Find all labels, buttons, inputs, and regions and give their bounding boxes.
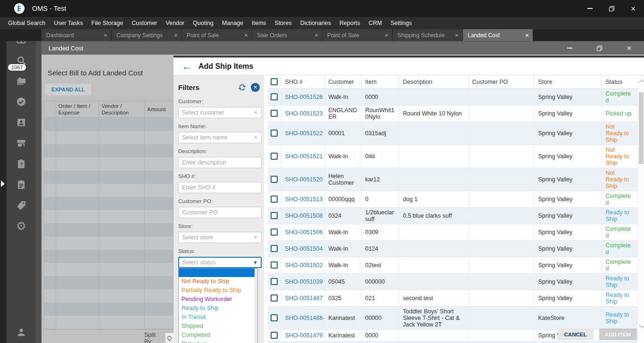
close-filters-icon[interactable]: ✕ xyxy=(251,83,260,92)
menu-item-stores[interactable]: Stores xyxy=(271,17,296,29)
restore-button[interactable] xyxy=(601,0,622,17)
expand-all-button[interactable]: EXPAND ALL xyxy=(45,84,91,95)
sidebar-item-help-clipboard[interactable]: ? xyxy=(7,154,36,174)
sidebar-item-contact-card[interactable] xyxy=(7,112,36,133)
menu-item-quoting[interactable]: Quoting xyxy=(189,17,218,29)
tab-close-icon[interactable]: × xyxy=(104,32,107,39)
dropdown-scrollbar[interactable] xyxy=(255,269,257,343)
select-customer-select[interactable]: Select customer▼ xyxy=(178,107,262,118)
sho-link[interactable]: SHO-0051487 xyxy=(281,290,324,306)
row-checkbox[interactable] xyxy=(271,212,278,219)
sho-link[interactable]: SHO-0051476 xyxy=(281,341,324,343)
select-status-select[interactable]: Select status▼ xyxy=(178,257,262,268)
status-option-partially-ready-to-ship[interactable]: Partially Ready to Ship xyxy=(179,286,257,295)
back-arrow-icon[interactable]: ← xyxy=(182,61,192,71)
status-option-completed[interactable]: Completed xyxy=(179,331,257,340)
status-option-empty[interactable] xyxy=(179,269,257,277)
tab-close-icon[interactable]: × xyxy=(525,32,529,39)
menu-item-settings[interactable]: Settings xyxy=(386,17,416,29)
add-item-button[interactable]: ADD ITEM xyxy=(599,328,637,340)
sidebar-item-tag[interactable] xyxy=(7,195,36,216)
sidebar-item-settings[interactable]: ⚙ xyxy=(7,216,36,237)
menu-item-vendor[interactable]: Vendor xyxy=(161,17,189,29)
menu-item-reports[interactable]: Reports xyxy=(335,17,364,29)
row-checkbox[interactable] xyxy=(271,294,278,302)
sho-link[interactable]: SHO-0051039 xyxy=(281,273,324,290)
enter-sho-#-input[interactable] xyxy=(178,182,262,193)
sho-link[interactable]: SHO-0051520 xyxy=(281,168,324,191)
tab-close-icon[interactable]: × xyxy=(455,32,459,39)
close-button[interactable]: × xyxy=(622,0,644,17)
lc-close-button[interactable]: × xyxy=(614,41,644,55)
tab-company-settings[interactable]: Company Settings× xyxy=(112,29,182,41)
menu-item-dictionaries[interactable]: Dictionaries xyxy=(296,17,335,29)
sidebar-item-user[interactable] xyxy=(7,326,36,340)
enter-description-input[interactable] xyxy=(178,157,262,168)
column-header-store[interactable]: Store xyxy=(534,75,602,89)
sho-link[interactable]: SHO-0051479 xyxy=(281,329,324,341)
sho-link[interactable]: SHO-0051504 xyxy=(281,240,324,257)
select-item-name-select[interactable]: Select item name▼ xyxy=(178,132,262,143)
lc-minimize-button[interactable] xyxy=(555,41,585,55)
menu-item-crm[interactable]: CRM xyxy=(364,17,386,29)
row-checkbox[interactable] xyxy=(271,176,278,183)
tab-point-of-sale[interactable]: Point of Sale× xyxy=(182,29,252,41)
tab-close-icon[interactable]: × xyxy=(174,32,178,39)
menu-item-file-storage[interactable]: File Storage xyxy=(87,17,127,29)
column-header-item[interactable]: Item xyxy=(361,75,399,89)
tab-landed-cost[interactable]: Landed Cost× xyxy=(463,29,533,41)
menu-item-customer[interactable]: Customer xyxy=(127,17,161,29)
scroll-up-icon[interactable] xyxy=(639,79,644,85)
status-option-pending-workorder[interactable]: Pending Workorder xyxy=(179,295,257,304)
row-checkbox[interactable] xyxy=(271,110,278,117)
sho-link[interactable]: SHO-0051526 xyxy=(281,89,324,105)
customer-po-input[interactable] xyxy=(178,207,262,218)
split-by-select[interactable]: Q xyxy=(165,333,174,343)
scrollbar-thumb[interactable] xyxy=(639,92,644,164)
column-header-customer-po[interactable]: Customer PO xyxy=(468,75,534,89)
sidebar-expand-arrow-icon[interactable] xyxy=(1,180,5,187)
row-checkbox[interactable] xyxy=(271,130,278,137)
tab-dashboard[interactable]: Dashboard× xyxy=(41,29,111,41)
row-checkbox[interactable] xyxy=(271,314,278,321)
sho-link[interactable]: SHO-0051513 xyxy=(281,191,324,207)
scroll-down-icon[interactable] xyxy=(639,322,644,328)
column-header-description[interactable]: Description xyxy=(399,75,468,89)
row-checkbox[interactable] xyxy=(271,278,278,285)
status-option-picked-up[interactable]: Picked up xyxy=(179,340,257,343)
tab-shipping-schedule[interactable]: Shipping Schedule× xyxy=(393,29,462,41)
column-header-sho-#[interactable]: SHO # xyxy=(281,75,324,89)
status-option-not-ready-to-ship[interactable]: Not Ready to Ship xyxy=(179,277,257,286)
tab-close-icon[interactable]: × xyxy=(385,32,388,39)
sho-link[interactable]: SHO-0051521 xyxy=(281,145,324,168)
menu-item-manage[interactable]: Manage xyxy=(218,17,248,29)
sho-link[interactable]: SHO-0051506 xyxy=(281,224,324,240)
status-option-shipped[interactable]: Shipped xyxy=(179,322,257,331)
sho-link[interactable]: SHO-0051502 xyxy=(281,257,324,273)
sidebar-item-store[interactable] xyxy=(7,133,36,154)
row-checkbox[interactable] xyxy=(271,196,278,203)
lc-restore-button[interactable] xyxy=(585,41,614,55)
menu-item-global-search[interactable]: Global Search xyxy=(4,17,50,29)
minimize-button[interactable] xyxy=(579,0,601,17)
sho-link[interactable]: SHO-0051508 xyxy=(281,207,324,224)
tab-close-icon[interactable]: × xyxy=(314,32,318,39)
status-option-ready-to-ship[interactable]: Ready to Ship xyxy=(179,304,257,313)
select-store-select[interactable]: Select store▼ xyxy=(178,232,262,243)
row-checkbox[interactable] xyxy=(271,93,278,100)
row-checkbox[interactable] xyxy=(271,229,278,236)
tab-point-of-sale[interactable]: Point of Sale× xyxy=(322,29,392,41)
sho-link[interactable]: SHO-0051523 xyxy=(281,105,324,122)
select-all-checkbox[interactable] xyxy=(271,78,278,85)
tab-close-icon[interactable]: × xyxy=(244,32,248,39)
sidebar-item-folders[interactable] xyxy=(7,71,36,91)
row-checkbox[interactable] xyxy=(271,153,278,160)
menu-item-items[interactable]: Items xyxy=(248,17,271,29)
menu-item-user-tasks[interactable]: User Tasks xyxy=(50,17,87,29)
row-checkbox[interactable] xyxy=(271,261,278,269)
sidebar-item-tasks-check[interactable] xyxy=(7,91,36,112)
column-header-customer[interactable]: Customer xyxy=(324,75,361,89)
row-checkbox[interactable] xyxy=(271,245,278,252)
refresh-filters-icon[interactable] xyxy=(237,82,247,92)
sho-link[interactable]: SHO-0051522 xyxy=(281,122,324,145)
